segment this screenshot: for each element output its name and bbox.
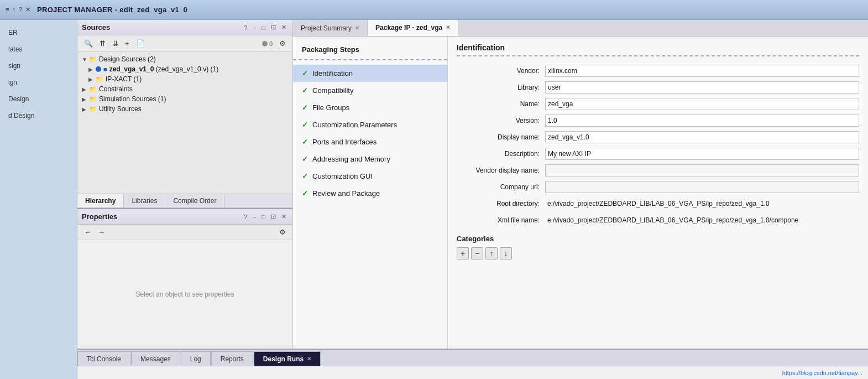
name-input[interactable] bbox=[545, 98, 859, 110]
tree-item-design-sources[interactable]: ▼ 📁 Design Sources (2) bbox=[77, 54, 292, 64]
props-float-btn[interactable]: ⊡ bbox=[269, 212, 278, 221]
console-link[interactable]: https://blog.csdn.net/tianpay... bbox=[782, 370, 862, 376]
right-area: Project Summary ✕ Package IP - zed_vga ✕… bbox=[293, 20, 868, 349]
props-toolbar: ← → ⚙ bbox=[77, 225, 292, 240]
sidebar-item-sign[interactable]: sign bbox=[0, 58, 77, 74]
sources-toolbar: 🔍 ⇈ ⇊ + 📄 0 ⚙ bbox=[77, 35, 292, 52]
main-layout: ER lates sign ign Design d Design Source… bbox=[0, 20, 868, 379]
sources-restore-btn[interactable]: □ bbox=[260, 24, 267, 32]
vendor-row: Vendor: bbox=[457, 64, 859, 77]
props-restore-btn[interactable]: □ bbox=[260, 213, 267, 221]
tab-project-summary[interactable]: Project Summary ✕ bbox=[293, 20, 368, 36]
categories-add-btn[interactable]: + bbox=[457, 247, 469, 259]
step-ports-interfaces[interactable]: ✓ Ports and Interfaces bbox=[293, 133, 447, 150]
props-close-btn[interactable]: ✕ bbox=[280, 212, 288, 221]
project-summary-close[interactable]: ✕ bbox=[355, 25, 359, 31]
tree-item-utility[interactable]: ▶ 📁 Utility Sources bbox=[77, 104, 292, 114]
version-label: Version: bbox=[457, 117, 545, 124]
description-input[interactable] bbox=[545, 148, 859, 160]
categories-down-btn[interactable]: ↓ bbox=[500, 247, 512, 259]
sidebar-item-er[interactable]: ER bbox=[0, 24, 77, 41]
categories-up-btn[interactable]: ↑ bbox=[485, 247, 498, 259]
props-minimize-btn[interactable]: − bbox=[251, 213, 258, 221]
step-label-addressing-memory: Addressing and Memory bbox=[312, 155, 390, 163]
package-ip-close[interactable]: ✕ bbox=[446, 24, 450, 30]
sources-close-btn[interactable]: ✕ bbox=[280, 23, 288, 32]
left-sidebar: ER lates sign ign Design d Design bbox=[0, 20, 77, 379]
library-row: Library: bbox=[457, 81, 859, 94]
console-tab-reports[interactable]: Reports bbox=[211, 351, 253, 366]
title-bar: ≡ ↑ ? ✕ PROJECT MANAGER - edit_zed_vga_v… bbox=[0, 0, 868, 20]
blue-dot-icon bbox=[96, 66, 101, 72]
dot-count: 0 bbox=[262, 40, 273, 47]
sidebar-item-lates[interactable]: lates bbox=[0, 41, 77, 58]
console-tab-messages[interactable]: Messages bbox=[131, 351, 180, 366]
tree-item-zed-vga[interactable]: ▶ ■ zed_vga_v1_0 (zed_vga_v1_0.v) (1) bbox=[77, 64, 292, 74]
title-bar-text: PROJECT MANAGER - edit_zed_vga_v1_0 bbox=[37, 6, 187, 14]
tree-item-constraints[interactable]: ▶ 📁 Constraints bbox=[77, 84, 292, 94]
xml-file-value: e:/vivado_project/ZEDBOARD_LIB/LAB_06_VG… bbox=[545, 215, 859, 225]
props-help-btn[interactable]: ? bbox=[242, 213, 249, 221]
compile-btn[interactable]: 📄 bbox=[134, 38, 147, 49]
console-tab-tcl[interactable]: Tcl Console bbox=[77, 351, 130, 366]
vendor-display-input[interactable] bbox=[545, 164, 859, 176]
dot-number: 0 bbox=[269, 40, 273, 47]
step-customization-gui[interactable]: ✓ Customization GUI bbox=[293, 168, 447, 185]
step-addressing-memory[interactable]: ✓ Addressing and Memory bbox=[293, 150, 447, 168]
tab-hierarchy[interactable]: Hierarchy bbox=[77, 194, 124, 207]
console-tab-design-runs[interactable]: Design Runs ✕ bbox=[254, 351, 321, 366]
sources-section: Sources ? − □ ⊡ ✕ 🔍 ⇈ ⇊ + bbox=[77, 20, 292, 208]
check-identification: ✓ bbox=[302, 69, 308, 77]
sim-folder-icon: 📁 bbox=[89, 96, 97, 103]
root-dir-label: Root directory: bbox=[457, 200, 545, 207]
tree-item-simulation[interactable]: ▶ 📁 Simulation Sources (1) bbox=[77, 94, 292, 104]
step-label-customization-params: Customization Parameters bbox=[312, 121, 397, 129]
close-icon[interactable]: ✕ bbox=[25, 6, 30, 13]
help-icon[interactable]: ? bbox=[19, 6, 22, 13]
company-url-label: Company url: bbox=[457, 183, 545, 191]
check-ports-interfaces: ✓ bbox=[302, 138, 308, 146]
tree-item-ipxact[interactable]: ▶ 📁 IP-XACT (1) bbox=[77, 74, 292, 84]
ipxact-label: IP-XACT (1) bbox=[106, 75, 142, 83]
ip-folder-icon: 📁 bbox=[96, 76, 103, 83]
design-runs-label: Design Runs bbox=[263, 355, 304, 363]
status-dot bbox=[262, 41, 268, 46]
sources-minimize-btn[interactable]: − bbox=[251, 24, 258, 32]
step-file-groups[interactable]: ✓ File Groups bbox=[293, 99, 447, 116]
tab-compile-order[interactable]: Compile Order bbox=[165, 194, 224, 207]
company-url-input[interactable] bbox=[545, 181, 859, 193]
props-forward-btn[interactable]: → bbox=[96, 227, 107, 237]
search-btn[interactable]: 🔍 bbox=[82, 38, 95, 49]
arrow-icon-s: ▶ bbox=[82, 96, 87, 102]
properties-panel-controls: ? − □ ⊡ ✕ bbox=[242, 212, 288, 221]
step-review-package[interactable]: ✓ Review and Package bbox=[293, 185, 447, 202]
collapse-all-btn[interactable]: ⇈ bbox=[97, 38, 108, 49]
step-customization-params[interactable]: ✓ Customization Parameters bbox=[293, 116, 447, 133]
categories-remove-btn[interactable]: − bbox=[471, 247, 483, 259]
step-compatibility[interactable]: ✓ Compatibility bbox=[293, 82, 447, 99]
library-input[interactable] bbox=[545, 81, 859, 94]
sidebar-item-ign[interactable]: ign bbox=[0, 74, 77, 91]
sidebar-item-design[interactable]: Design bbox=[0, 91, 77, 107]
id-divider bbox=[457, 55, 859, 56]
sources-gear-btn[interactable]: ⚙ bbox=[277, 38, 288, 49]
display-name-input[interactable] bbox=[545, 131, 859, 143]
design-sources-label: Design Sources (2) bbox=[99, 55, 156, 63]
tab-package-ip[interactable]: Package IP - zed_vga ✕ bbox=[368, 20, 458, 36]
design-runs-close[interactable]: ✕ bbox=[307, 356, 311, 362]
tab-libraries[interactable]: Libraries bbox=[124, 194, 165, 207]
sources-float-btn[interactable]: ⊡ bbox=[269, 23, 278, 32]
console-tab-log[interactable]: Log bbox=[181, 351, 211, 366]
add-sources-btn[interactable]: + bbox=[123, 38, 132, 49]
props-gear-btn[interactable]: ⚙ bbox=[277, 227, 288, 237]
props-back-btn[interactable]: ← bbox=[82, 227, 93, 237]
sidebar-item-d-design[interactable]: d Design bbox=[0, 107, 77, 124]
vendor-input[interactable] bbox=[545, 65, 859, 77]
pin-icon[interactable]: ↑ bbox=[12, 6, 15, 13]
version-input[interactable] bbox=[545, 115, 859, 127]
expand-all-btn[interactable]: ⇊ bbox=[110, 38, 121, 49]
minimize-icon[interactable]: ≡ bbox=[6, 6, 9, 13]
xml-file-label: Xml file name: bbox=[457, 216, 545, 224]
sources-help-btn[interactable]: ? bbox=[242, 24, 249, 32]
step-identification[interactable]: ✓ Identification bbox=[293, 65, 447, 82]
